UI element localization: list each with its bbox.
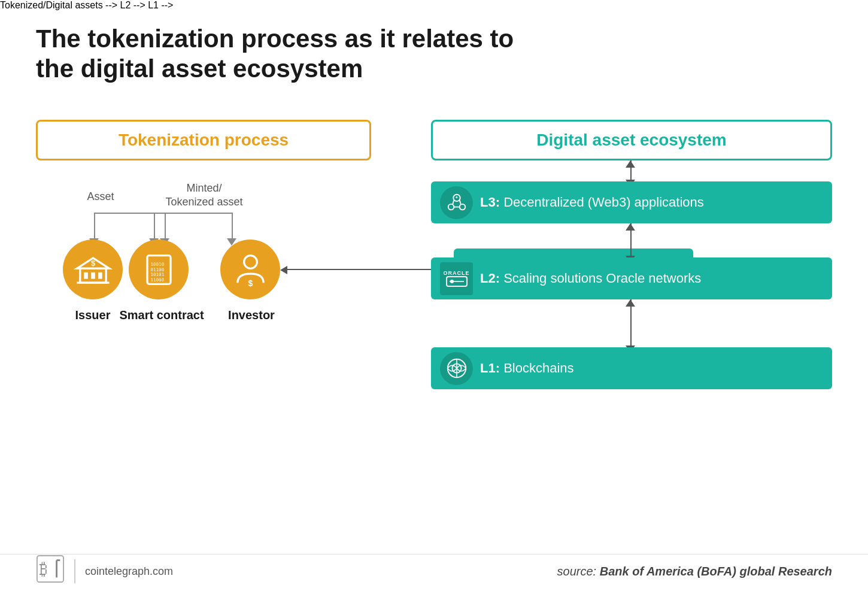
footer-site: cointelegraph.com (85, 565, 173, 578)
l3-web3-icon: ✦ (445, 191, 468, 214)
footer: ₿ cointelegraph.com source: Bank of Amer… (0, 554, 868, 588)
svg-point-16 (459, 204, 465, 210)
svg-text:10010: 10010 (150, 262, 164, 267)
svg-line-17 (453, 200, 454, 204)
svg-text:$: $ (90, 259, 95, 268)
l3-rect: ✦ L3: Decentralized (Web3) applications (431, 181, 832, 223)
bracket-top-line (94, 213, 232, 214)
issuer-icon: $ (74, 250, 113, 289)
svg-text:01100: 01100 (150, 266, 164, 272)
l3-text: L3: Decentralized (Web3) applications (480, 195, 704, 210)
svg-text:$: $ (248, 278, 253, 287)
svg-line-18 (459, 200, 460, 204)
l3-icon: ✦ (440, 186, 473, 219)
svg-rect-3 (98, 272, 102, 278)
arrow-left-head (280, 266, 287, 274)
smart-contract-label: Smart contract (102, 308, 221, 322)
bracket-left-line (94, 213, 95, 240)
minted-label: Minted/Tokenized asset (165, 181, 243, 210)
logo-icon: ₿ (36, 555, 65, 583)
svg-text:₿: ₿ (40, 560, 47, 578)
v-arrow-top-upper-head (626, 160, 635, 168)
l1-blockchain-icon (445, 357, 468, 380)
digital-asset-ecosystem-box: Digital asset ecosystem (431, 120, 832, 160)
svg-point-23 (450, 280, 454, 283)
bracket-mid-right-line (165, 213, 166, 240)
smart-contract-circle: 10010 01100 10101 11000 (129, 240, 189, 299)
footer-source: source: Bank of America (BoFA) global Re… (557, 565, 832, 578)
issuer-circle: $ (63, 240, 123, 299)
digital-asset-ecosystem-label: Digital asset ecosystem (536, 131, 727, 150)
page-title: The tokenization process as it relates t… (36, 24, 551, 84)
v-arrow-bottom (630, 299, 632, 347)
l2-rect: ORACLE L2: Scaling solutions Oracle netw… (431, 257, 832, 299)
svg-text:11000: 11000 (150, 277, 164, 283)
asset-label: Asset (77, 190, 125, 203)
l1-text: L1: Blockchains (480, 360, 574, 376)
investor-icon: $ (231, 250, 270, 289)
v-arrow-mid-top-head (626, 223, 635, 231)
bracket-right-line (232, 213, 233, 240)
tokenization-process-label: Tokenization process (119, 131, 289, 150)
l1-icon (440, 352, 473, 385)
l2-text: L2: Scaling solutions Oracle networks (480, 271, 701, 286)
v-arrow-bot-top-head (626, 299, 635, 307)
oracle-icon: ORACLE (440, 262, 473, 295)
footer-divider (74, 559, 75, 583)
svg-text:10101: 10101 (150, 272, 164, 277)
svg-point-15 (448, 204, 454, 210)
investor-circle: $ (220, 240, 280, 299)
svg-rect-1 (84, 272, 88, 278)
tokenization-process-box: Tokenization process (36, 120, 371, 160)
l1-rect: L1: Blockchains (431, 347, 832, 389)
bracket-mid-left-line (154, 213, 155, 240)
arrow-horizontal-line (286, 269, 454, 270)
svg-point-12 (244, 255, 257, 268)
investor-label: Investor (207, 308, 296, 322)
cointelegraph-logo: ₿ (36, 555, 65, 588)
svg-rect-2 (91, 272, 95, 278)
smart-contract-icon: 10010 01100 10101 11000 (139, 250, 178, 289)
svg-text:✦: ✦ (455, 195, 459, 199)
